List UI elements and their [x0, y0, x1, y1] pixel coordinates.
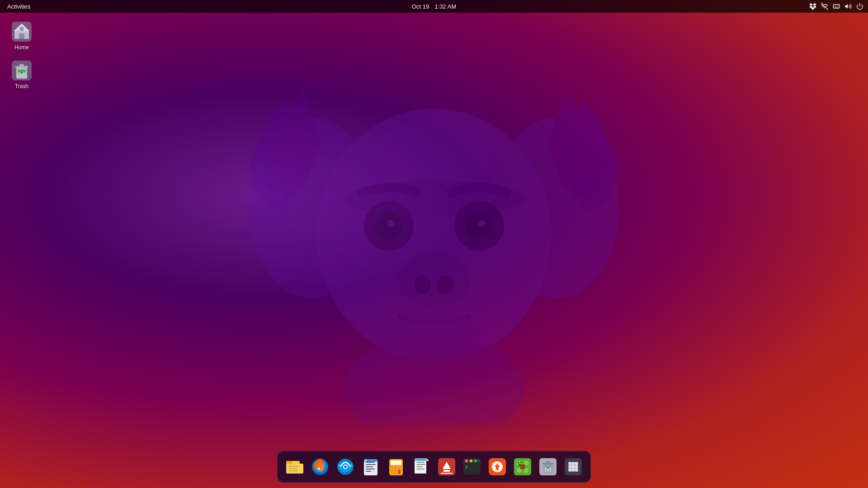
svg-point-79 [474, 460, 477, 462]
svg-point-45 [344, 465, 347, 468]
svg-point-17 [398, 253, 470, 307]
dock-calculator[interactable] [384, 455, 408, 479]
svg-rect-74 [441, 473, 453, 474]
svg-point-0 [249, 117, 375, 298]
svg-point-20 [389, 307, 479, 361]
svg-rect-70 [415, 458, 426, 461]
date-display: Oct 19 [412, 3, 429, 10]
dropbox-tray-icon[interactable] [808, 3, 817, 10]
svg-point-12 [375, 212, 402, 239]
svg-point-13 [387, 220, 395, 227]
svg-point-77 [465, 460, 468, 462]
dock-transmission[interactable] [435, 455, 458, 479]
svg-rect-58 [398, 466, 401, 469]
svg-point-11 [364, 201, 414, 251]
svg-rect-68 [416, 466, 423, 467]
svg-point-104 [568, 468, 572, 472]
dock-recyclebin[interactable] [536, 455, 560, 479]
svg-point-102 [571, 465, 575, 469]
activities-button[interactable]: Activities [4, 0, 34, 13]
dock-thunderbird[interactable] [334, 455, 357, 479]
svg-rect-55 [391, 460, 401, 465]
svg-marker-2 [249, 108, 303, 212]
dock-minecraft[interactable] [511, 455, 534, 479]
svg-rect-27 [19, 33, 24, 39]
svg-rect-66 [416, 462, 425, 463]
svg-rect-29 [20, 27, 24, 31]
dock-files[interactable] [283, 455, 307, 479]
desktop-icons-container: Home Trash [4, 18, 40, 92]
svg-rect-95 [542, 463, 554, 465]
dock-firefox[interactable] [308, 455, 332, 479]
svg-point-14 [454, 201, 504, 251]
svg-marker-6 [565, 108, 619, 212]
svg-marker-3 [267, 90, 321, 190]
time-display: 1:32 AM [434, 3, 456, 10]
svg-point-100 [575, 462, 578, 465]
home-icon [11, 21, 33, 42]
svg-point-101 [568, 465, 572, 469]
svg-point-21 [344, 334, 524, 425]
dock-appstore[interactable] [486, 455, 509, 479]
svg-rect-37 [289, 466, 299, 467]
svg-point-19 [437, 276, 453, 294]
svg-rect-38 [289, 468, 297, 469]
home-icon-label: Home [14, 44, 29, 51]
svg-rect-36 [286, 461, 292, 464]
svg-rect-49 [366, 466, 373, 467]
svg-rect-62 [391, 473, 397, 474]
svg-point-99 [571, 462, 575, 465]
desktop: Activities Oct 19 1:32 AM [0, 0, 868, 488]
svg-marker-23 [845, 4, 848, 8]
svg-point-105 [571, 468, 575, 472]
svg-point-53 [365, 460, 367, 461]
svg-point-9 [380, 117, 488, 190]
svg-rect-59 [391, 469, 393, 472]
dock-terminal[interactable]: $ _ [460, 455, 484, 479]
trash-icon-label: Trash [15, 83, 28, 89]
svg-rect-60 [394, 469, 397, 472]
trash-icon [11, 60, 33, 81]
svg-marker-1 [258, 99, 312, 199]
network-tray-icon[interactable] [820, 3, 829, 10]
svg-marker-5 [556, 99, 610, 199]
svg-point-78 [470, 460, 472, 462]
topbar-center: Oct 19 1:32 AM [412, 3, 456, 10]
svg-point-18 [415, 276, 431, 294]
svg-rect-69 [416, 469, 425, 469]
home-desktop-icon[interactable]: Home [4, 18, 40, 53]
keyboard-tray-icon[interactable] [832, 3, 841, 10]
svg-rect-92 [518, 465, 521, 466]
svg-point-103 [575, 465, 578, 469]
topbar: Activities Oct 19 1:32 AM [0, 0, 868, 13]
svg-rect-57 [394, 466, 397, 469]
trash-desktop-icon[interactable]: Trash [4, 57, 40, 92]
svg-point-8 [316, 108, 552, 361]
svg-point-106 [575, 468, 578, 472]
svg-rect-91 [519, 464, 520, 465]
svg-rect-39 [289, 470, 298, 471]
svg-point-4 [493, 117, 619, 298]
svg-point-15 [466, 212, 493, 239]
svg-marker-7 [547, 90, 601, 190]
dock: $ _ [277, 451, 591, 483]
svg-rect-67 [416, 464, 425, 465]
svg-rect-96 [546, 461, 550, 463]
power-tray-icon[interactable] [855, 3, 864, 10]
dock-appgrid[interactable] [561, 455, 585, 479]
svg-rect-51 [366, 471, 371, 472]
svg-rect-32 [15, 66, 28, 68]
svg-rect-48 [366, 464, 376, 465]
sound-tray-icon[interactable] [844, 3, 853, 10]
wallpaper [0, 0, 868, 488]
svg-rect-90 [520, 462, 522, 463]
svg-rect-50 [366, 469, 375, 469]
dock-editor[interactable] [359, 455, 382, 479]
dock-document[interactable] [410, 455, 433, 479]
svg-rect-73 [443, 470, 450, 472]
svg-rect-61 [398, 469, 401, 474]
svg-point-10 [344, 181, 524, 217]
svg-marker-65 [426, 458, 429, 461]
svg-rect-47 [366, 462, 375, 463]
topbar-right [808, 3, 864, 10]
